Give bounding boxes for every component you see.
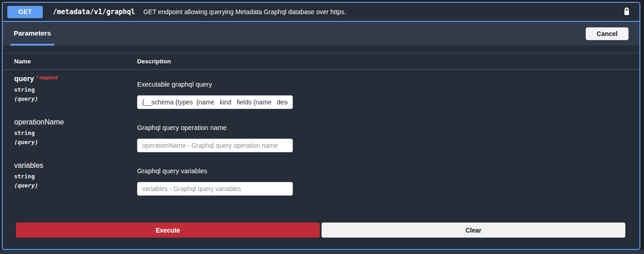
param-description: Graphql query variables bbox=[137, 167, 639, 175]
param-row-query: query* required string (query) Executabl… bbox=[3, 70, 639, 113]
name-column-header: Name bbox=[3, 58, 137, 65]
param-description-cell: Graphql query operation name bbox=[137, 113, 639, 156]
operation-name-input[interactable] bbox=[137, 139, 293, 152]
param-name: variables bbox=[14, 161, 137, 170]
param-name: operationName bbox=[14, 118, 137, 126]
param-location: (query) bbox=[14, 95, 137, 102]
actions-row: Execute Clear bbox=[3, 223, 639, 238]
param-name-cell: query* required string (query) bbox=[3, 70, 137, 113]
description-column-header: Description bbox=[137, 58, 639, 65]
param-description-cell: Graphql query variables bbox=[137, 156, 639, 200]
query-input[interactable] bbox=[137, 95, 293, 109]
param-name-cell: operationName string (query) bbox=[3, 113, 137, 156]
operation-summary-bar[interactable]: GET /metadata/v1/graphql GET endpoint al… bbox=[3, 3, 639, 22]
param-description-cell: Executable graphql query bbox=[137, 70, 639, 113]
parameters-title: Parameters bbox=[14, 29, 51, 37]
variables-input[interactable] bbox=[137, 182, 293, 196]
parameters-table: Name Description query* required string … bbox=[3, 46, 639, 238]
parameters-header: Parameters Cancel bbox=[3, 22, 639, 46]
endpoint-path: /metadata/v1/graphql bbox=[53, 8, 135, 16]
auth-lock-button[interactable] bbox=[620, 6, 633, 18]
clear-button[interactable]: Clear bbox=[322, 223, 625, 238]
lock-closed-icon bbox=[623, 7, 630, 17]
cancel-button[interactable]: Cancel bbox=[586, 27, 629, 40]
execute-button[interactable]: Execute bbox=[16, 223, 320, 238]
page-background-strip bbox=[0, 250, 644, 254]
param-type: string bbox=[14, 173, 137, 180]
param-row-operation-name: operationName string (query) Graphql que… bbox=[3, 113, 639, 156]
param-description: Graphql query operation name bbox=[137, 124, 639, 131]
param-row-variables: variables string (query) Graphql query v… bbox=[3, 156, 639, 200]
required-badge: * required bbox=[36, 75, 58, 80]
param-location: (query) bbox=[14, 139, 137, 145]
param-name-cell: variables string (query) bbox=[3, 156, 137, 200]
method-badge: GET bbox=[7, 6, 43, 18]
table-header-row: Name Description bbox=[3, 53, 639, 70]
endpoint-summary: GET endpoint allowing querying Metadata … bbox=[143, 8, 346, 16]
param-description: Executable graphql query bbox=[137, 81, 639, 88]
param-type: string bbox=[14, 86, 137, 93]
param-type: string bbox=[14, 130, 137, 136]
param-name: query* required bbox=[14, 75, 137, 83]
operation-panel: GET /metadata/v1/graphql GET endpoint al… bbox=[2, 2, 640, 250]
param-location: (query) bbox=[14, 182, 137, 189]
parameters-title-tab: Parameters bbox=[10, 22, 54, 46]
